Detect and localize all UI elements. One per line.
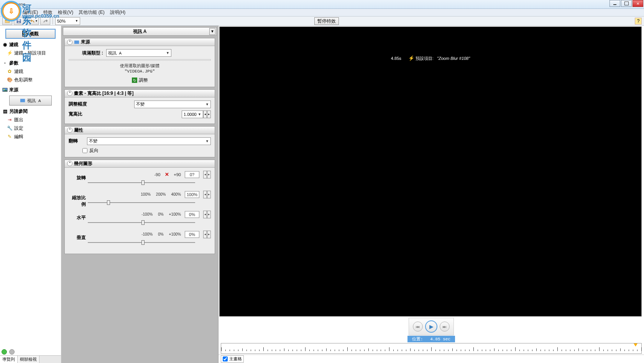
preview-time: 4.85s — [391, 56, 401, 61]
editor-item[interactable]: ✎ 編輯 — [0, 132, 61, 141]
fill-type-combo[interactable]: 視訊 A▼ — [106, 49, 171, 57]
note-icon: ▤ — [2, 109, 8, 114]
svg-rect-2 — [18, 21, 20, 23]
geom-title: 幾何圖形 — [74, 160, 92, 167]
v-slider[interactable] — [88, 240, 195, 245]
properties-panel: 視訊 A ▼ ˄ 來源 填滿類型 : 視訊 A▼ 使用選取的圖形/媒體 "VID… — [61, 26, 219, 363]
aspect-panel: ˄ 畫素 - 寬高比 [16:9 | 4:3 | 等] 調整幅度 不變▼ 寬高比… — [64, 89, 215, 124]
collapse-icon[interactable]: ˄ — [67, 40, 72, 45]
preview-area: 4.85s ⚡ 預設項目: "Zoom Blur #108" ⏮ ▶ ⏭ 位置:… — [219, 26, 644, 363]
sidebar: 概觀 ◉ 濾鏡 ⚡ 濾鏡 - 預設項目 ▫ 參數 ✿ 濾鏡 — [0, 26, 61, 363]
source-title: 來源 — [81, 39, 90, 45]
v-spin-down[interactable]: ◂ — [203, 231, 207, 238]
radio-icon: ◉ — [2, 42, 8, 47]
rotate-spin-down[interactable]: ◂ — [203, 171, 207, 178]
position-indicator: 位置: 4.85 sec — [219, 336, 644, 342]
export-item[interactable]: ⇥ 匯出 — [0, 116, 61, 124]
palette-icon: 🎨 — [7, 77, 12, 82]
attribute-panel: ˄ 屬性 翻轉 不變▼ 反向 — [64, 126, 215, 157]
h-spin-down[interactable]: ◂ — [203, 211, 207, 218]
svg-rect-7 — [74, 40, 79, 44]
wrench-icon: 🔧 — [7, 125, 12, 131]
settings-item[interactable]: 🔧 設定 — [0, 124, 61, 132]
h-spin-up[interactable]: ▸ — [207, 211, 211, 218]
ratio-input[interactable]: 1.0000▼ — [182, 111, 203, 118]
svg-point-5 — [3, 89, 5, 90]
params-header: ▫ 參數 — [0, 59, 61, 67]
menu-edit[interactable]: 編輯(E) — [23, 9, 38, 16]
pencil-icon: ✎ — [7, 134, 12, 139]
rotate-value[interactable]: 0? — [185, 171, 199, 178]
adjust-link[interactable]: ↻ 調整 — [69, 77, 211, 84]
attr-title: 屬性 — [74, 127, 83, 134]
see-also-header: ▤ 另請參閱 — [0, 107, 61, 116]
image-icon — [2, 87, 8, 92]
scale-value[interactable]: 100% — [185, 191, 199, 198]
adjust-icon: ↻ — [132, 78, 137, 83]
tab-tree[interactable]: 樹狀檢視 — [18, 356, 39, 363]
params-color[interactable]: 🎨 色彩調整 — [0, 76, 61, 84]
filter-header: ◉ 濾鏡 — [0, 40, 61, 49]
window-title: Vitascene — [7, 2, 25, 7]
menu-view[interactable]: 檢視(V) — [58, 9, 73, 16]
v-value[interactable]: 0% — [185, 231, 199, 238]
square-icon: ▫ — [2, 60, 8, 66]
minimize-button[interactable] — [610, 0, 620, 7]
play-button[interactable]: ▶ — [425, 320, 437, 333]
v-label: 垂直 — [69, 234, 86, 241]
status-dots — [2, 349, 15, 355]
reset-rotate[interactable]: ✕ — [165, 172, 169, 177]
window-title-bar: Vitascene ✕ — [0, 0, 644, 9]
collapse-icon[interactable]: ˄ — [67, 161, 72, 166]
tab-nav[interactable]: 導覽列 — [0, 356, 18, 363]
timeline[interactable] — [221, 343, 642, 354]
source-panel: ˄ 來源 填滿類型 : 視訊 A▼ 使用選取的圖形/媒體 "VIDEOA.JPG… — [64, 38, 215, 87]
svg-rect-6 — [20, 99, 25, 102]
h-label: 水平 — [69, 214, 86, 221]
overview-button[interactable]: 概觀 — [5, 29, 56, 39]
menu-help[interactable]: 說明(H) — [110, 9, 126, 16]
menu-effect[interactable]: 特效 — [43, 9, 53, 16]
menu-other[interactable]: 其他功能 (E) — [79, 9, 104, 16]
overview-icon — [22, 31, 28, 36]
step-forward-button[interactable]: ⏭ — [440, 322, 450, 332]
close-button[interactable]: ✕ — [632, 0, 643, 7]
v-spin-up[interactable]: ▸ — [207, 231, 211, 238]
scale-spin-up[interactable]: ▸ — [207, 191, 211, 198]
collapse-icon[interactable]: ˄ — [67, 127, 72, 133]
open-button[interactable] — [2, 17, 12, 25]
pause-effect-button[interactable]: 暫停特效 — [314, 17, 339, 25]
rotate-slider[interactable] — [88, 180, 195, 185]
ratio-spin-down[interactable]: ◂ — [203, 111, 207, 118]
divider — [69, 59, 211, 61]
adjust-range-combo[interactable]: 不變▼ — [134, 101, 211, 108]
save-button[interactable] — [14, 17, 24, 25]
mid-header-dropdown[interactable]: ▼ — [209, 28, 215, 35]
lightning-icon: ⚡ — [408, 55, 414, 61]
zoom-combo[interactable]: 50%▼ — [55, 17, 80, 25]
h-slider[interactable] — [88, 220, 195, 225]
menu-file[interactable]: 檔案(F) — [2, 9, 17, 16]
reverse-checkbox[interactable] — [82, 148, 87, 153]
playhead-icon[interactable] — [634, 343, 637, 346]
params-filter[interactable]: ✿ 濾鏡 — [0, 67, 61, 76]
mainframe-checkbox[interactable]: 主畫格 — [221, 355, 244, 363]
collapse-icon[interactable]: ˄ — [67, 91, 72, 96]
scale-spin-down[interactable]: ◂ — [203, 191, 207, 198]
lightning-icon: ⚡ — [7, 50, 12, 56]
status-dot-gray — [9, 349, 15, 355]
image-icon — [74, 40, 79, 45]
h-value[interactable]: 0% — [185, 211, 199, 218]
source-video-button[interactable]: 視訊 A — [9, 96, 52, 106]
filter-presets[interactable]: ⚡ 濾鏡 - 預設項目 — [0, 49, 61, 57]
maximize-button[interactable] — [621, 0, 632, 7]
ratio-spin-up[interactable]: ▸ — [207, 111, 211, 118]
menu-bar: 檔案(F) 編輯(E) 特效 檢視(V) 其他功能 (E) 說明(H) — [0, 9, 644, 16]
undo-button[interactable]: ▼ — [29, 17, 39, 25]
scale-slider[interactable] — [88, 200, 195, 205]
step-back-button[interactable]: ⏮ — [413, 322, 423, 332]
redo-button[interactable] — [40, 17, 50, 25]
flip-combo[interactable]: 不變▼ — [87, 137, 211, 145]
rotate-spin-up[interactable]: ▸ — [207, 171, 211, 178]
help-icon[interactable]: ? — [635, 18, 642, 25]
